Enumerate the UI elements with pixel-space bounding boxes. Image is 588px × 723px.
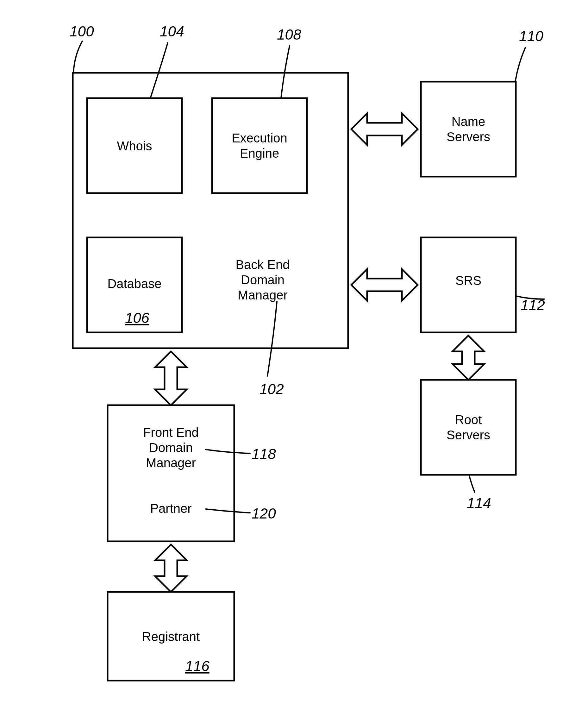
refnum-108: 108	[277, 26, 301, 43]
refnum-116: 116	[185, 658, 210, 674]
lead-114	[469, 475, 475, 492]
label-fedm1: Front End	[143, 426, 199, 439]
label-root1: Root	[455, 413, 482, 427]
label-ns1: Name	[451, 115, 485, 128]
label-whois: Whois	[117, 139, 152, 153]
arrow-srs-to-root	[453, 335, 484, 380]
label-database: Database	[107, 277, 162, 291]
label-fedm2: Domain	[149, 441, 193, 455]
label-ns2: Servers	[446, 130, 490, 144]
label-bedm3: Manager	[238, 288, 288, 302]
arrow-partner-to-registrant	[155, 544, 187, 592]
lead-100	[74, 41, 82, 73]
lead-110	[515, 47, 525, 82]
refnum-102: 102	[259, 381, 284, 397]
refnum-120: 120	[252, 505, 276, 522]
refnum-114: 114	[467, 495, 491, 511]
arrow-backend-to-partner	[155, 351, 187, 405]
label-partner: Partner	[150, 501, 191, 515]
box-root-servers	[421, 380, 516, 475]
label-root2: Servers	[446, 428, 490, 442]
box-execution-engine	[212, 98, 307, 193]
refnum-112: 112	[521, 297, 545, 313]
label-bedm2: Domain	[241, 273, 285, 287]
label-registrant: Registrant	[142, 629, 200, 643]
box-name-servers	[421, 82, 516, 177]
refnum-110: 110	[519, 28, 543, 44]
diagram-root: Whois Execution Engine Database 106 Back…	[0, 0, 588, 723]
arrow-backend-to-srs	[351, 269, 418, 301]
label-bedm1: Back End	[235, 258, 290, 272]
refnum-104: 104	[160, 23, 184, 40]
label-fedm3: Manager	[146, 456, 196, 470]
arrow-backend-to-nameservers	[351, 113, 418, 145]
label-exec2: Engine	[240, 146, 279, 160]
label-exec1: Execution	[232, 131, 287, 145]
label-srs: SRS	[456, 273, 481, 287]
refnum-100: 100	[70, 23, 94, 40]
refnum-106: 106	[125, 310, 149, 326]
refnum-118: 118	[252, 446, 276, 462]
